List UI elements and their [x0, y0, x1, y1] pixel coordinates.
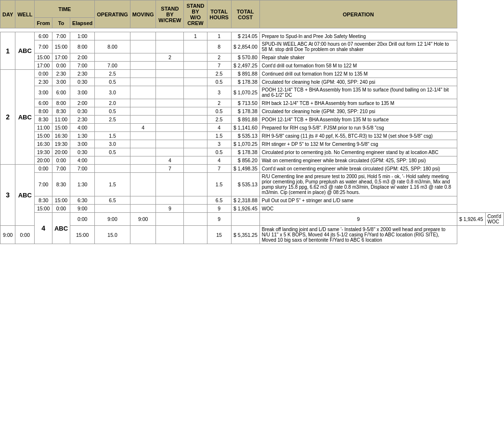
- table-row: 17:000:007:007.007$ 2,497.25Cont'd drill…: [0, 62, 504, 70]
- operating-cell: 2.5: [95, 116, 130, 124]
- time-elapsed-cell: 2:30: [70, 116, 95, 124]
- table-row: 8:3011:002:302.52.5$ 891.88POOH 12-1/4" …: [0, 116, 504, 124]
- time-from-cell: 15:00: [35, 53, 52, 62]
- table-row: 1ABC6:007:001:0011$ 214.05Prepare to Spu…: [0, 32, 504, 40]
- col-header-operation: OPERATION: [259, 0, 457, 28]
- day-cell: 1: [0, 32, 15, 70]
- operation-cell: Prepare to Spud-In and Pree Job Safety M…: [259, 32, 457, 40]
- total-hours-cell: 4: [207, 156, 231, 165]
- standby-crew-cell: 9: [156, 205, 184, 213]
- standby-crew-cell: [156, 99, 184, 107]
- total-hours-cell: 7: [207, 165, 231, 173]
- time-to-cell: 2:30: [52, 70, 70, 78]
- total-cost-cell: $ 2,497.25: [231, 62, 259, 70]
- moving-cell: [130, 62, 156, 70]
- operation-cell: Cont'd drill out formation from 58 M to …: [259, 62, 457, 70]
- standby-crew-cell: [156, 196, 184, 205]
- operation-cell: SPUD-IN WEEL ABC At 07:00 hours on 07 no…: [259, 40, 457, 53]
- table-row: 2ABC0:002:302:302.52.5$ 891.88Continued …: [0, 70, 504, 78]
- total-cost-cell: $ 178.38: [231, 148, 259, 156]
- time-to-cell: 7:00: [52, 165, 70, 173]
- operating-cell: 1.5: [95, 132, 130, 140]
- col-header-standby-no-crew: STAND BY W/O CREW: [184, 0, 207, 28]
- operating-cell: 2.5: [95, 70, 130, 78]
- operation-cell: Prepared for RIH csg 9-5/8". PJSM prior …: [259, 124, 457, 132]
- well-cell: ABC: [15, 165, 35, 226]
- time-from-cell: 9:00: [0, 226, 15, 244]
- col-header-well: WELL: [15, 0, 35, 28]
- col-header-time: TIME: [35, 0, 95, 18]
- time-from-cell: 6:00: [35, 32, 52, 40]
- time-elapsed-cell: 15:00: [70, 226, 95, 244]
- time-elapsed-cell: 0:30: [70, 78, 95, 86]
- time-from-cell: 0:00: [35, 165, 52, 173]
- standby-no-crew-cell: [184, 156, 207, 165]
- time-elapsed-cell: 2:30: [70, 70, 95, 78]
- day-cell: 2: [0, 70, 15, 165]
- total-cost-cell: $ 1,070.25: [231, 86, 259, 99]
- standby-no-crew-cell: [184, 86, 207, 99]
- time-to-cell: 0:00: [15, 226, 35, 244]
- standby-crew-cell: [156, 40, 184, 53]
- time-from-cell: 7:00: [35, 40, 52, 53]
- standby-crew-cell: 4: [156, 156, 184, 165]
- time-to-cell: 0:00: [52, 156, 70, 165]
- standby-no-crew-cell: [184, 165, 207, 173]
- time-from-cell: 8:00: [35, 107, 52, 116]
- time-elapsed-cell: 0:30: [70, 148, 95, 156]
- operation-cell: Circulated for cleaning hole (GPM: 400, …: [259, 78, 457, 86]
- total-hours-cell: 1.5: [207, 173, 231, 196]
- operating-cell: [95, 124, 130, 132]
- time-to-cell: 15:00: [52, 124, 70, 132]
- moving-cell: [130, 107, 156, 116]
- time-elapsed-cell: 6:30: [70, 196, 95, 205]
- operating-cell: [95, 53, 130, 62]
- col-header-elapsed: Elapsed: [70, 18, 95, 28]
- total-cost-cell: $ 535.13: [231, 132, 259, 140]
- time-elapsed-cell: 3:00: [70, 140, 95, 148]
- total-cost-cell: $ 2,318.88: [231, 196, 259, 205]
- table-row: 15:000:009:0099$ 1,926.45WOC: [0, 205, 504, 213]
- operation-cell: Circulated for cleaning hole (GPM: 390, …: [259, 107, 457, 116]
- standby-no-crew-cell: [184, 53, 207, 62]
- moving-cell: [130, 140, 156, 148]
- operating-cell: 0.5: [95, 107, 130, 116]
- standby-no-crew-cell: [184, 173, 207, 196]
- col-header-day: DAY: [0, 0, 15, 28]
- total-cost-cell: $ 1,070.25: [231, 140, 259, 148]
- time-elapsed-cell: 9:00: [70, 205, 95, 213]
- operation-cell: RIH back 12-1/4" TCB + BHA Assembly from…: [259, 99, 457, 107]
- operation-cell: R/U Cementing line and presure test to 2…: [259, 173, 457, 196]
- total-hours-cell: 9: [259, 213, 457, 226]
- standby-no-crew-cell: [184, 226, 207, 244]
- day-cell: 4: [35, 213, 52, 244]
- moving-cell: [130, 32, 156, 40]
- standby-no-crew-cell: [184, 99, 207, 107]
- total-cost-cell: $ 1,926.45: [457, 213, 485, 226]
- standby-no-crew-cell: [184, 116, 207, 124]
- time-elapsed-cell: 8:00: [70, 40, 95, 53]
- time-elapsed-cell: 4:00: [70, 156, 95, 165]
- operating-cell: 8.00: [95, 40, 130, 53]
- standby-crew-cell: [156, 140, 184, 148]
- standby-crew-cell: [156, 124, 184, 132]
- operation-cell: RIH 9-5/8" casing (11 jts # 40 ppf, K-55…: [259, 132, 457, 140]
- total-hours-cell: 9: [207, 205, 231, 213]
- moving-cell: [130, 148, 156, 156]
- table-row: 6:008:002:002.02$ 713.50RIH back 12-1/4"…: [0, 99, 504, 107]
- standby-no-crew-cell: [184, 78, 207, 86]
- total-cost-cell: $ 891.88: [231, 70, 259, 78]
- total-hours-cell: 7: [207, 62, 231, 70]
- time-from-cell: 0:00: [35, 70, 52, 78]
- operation-cell: Cont'd WOC: [485, 213, 504, 226]
- standby-no-crew-cell: [184, 40, 207, 53]
- standby-crew-cell: 9: [207, 213, 231, 226]
- time-to-cell: 0:00: [52, 62, 70, 70]
- total-hours-cell: 2.5: [207, 70, 231, 78]
- standby-no-crew-cell: [184, 196, 207, 205]
- total-hours-cell: 8: [207, 40, 231, 53]
- table-row: 7:008:301:301.51.5$ 535.13R/U Cementing …: [0, 173, 504, 196]
- time-from-cell: 17:00: [35, 62, 52, 70]
- table-row: 4ABC0:009:009:0099$ 1,926.45Cont'd WOC: [0, 213, 504, 226]
- moving-cell: [130, 40, 156, 53]
